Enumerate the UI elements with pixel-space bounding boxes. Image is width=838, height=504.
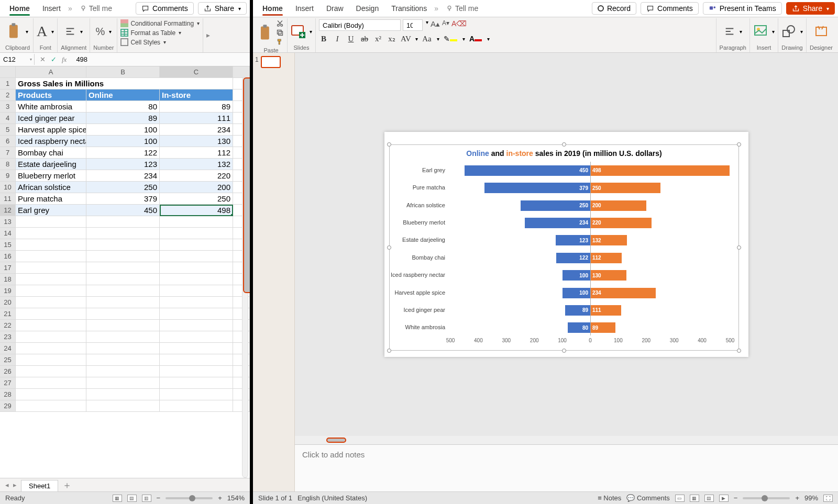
view-slideshow[interactable]: ▶ [719,495,729,502]
strike-button[interactable]: ab [360,35,369,43]
styles-icon [120,38,128,46]
sheet-tab[interactable]: Sheet1 [21,480,58,491]
tell-me[interactable]: Tell me [73,1,118,16]
formula-input[interactable]: 498 [72,54,92,65]
zoom-value[interactable]: 154% [227,494,245,502]
zoom-out[interactable]: − [734,494,738,502]
axis-tick: 0 [589,338,592,343]
view-normal[interactable]: ▭ [675,495,685,502]
bar-instore: 112 [590,253,622,263]
tab-draw[interactable]: Draw [320,1,350,16]
group-clipboard[interactable]: ▾ Clipboard [2,18,34,52]
notes-pane[interactable]: Click to add notes [295,444,838,491]
ribbon-overflow[interactable]: ▸ [203,18,213,52]
font-name-select[interactable] [319,19,401,31]
comments-button[interactable]: Comments [136,2,194,15]
svg-rect-8 [710,6,713,9]
zoom-slider[interactable] [166,497,213,499]
fx-icon[interactable]: fx [62,55,67,64]
zoom-out[interactable]: − [157,494,161,502]
bar-instore: 130 [590,270,626,281]
zoom-value[interactable]: 99% [804,494,818,502]
grow-font-icon[interactable]: A▴ [431,19,440,31]
tab-overflow[interactable]: » [67,4,73,13]
font-color-button[interactable]: A [469,35,482,43]
bar-online: 100 [563,270,590,281]
notes-toggle[interactable]: ≡ Notes [598,494,621,502]
share-button[interactable]: Share▾ [198,2,247,15]
language[interactable]: English (United States) [297,494,367,502]
group-drawing[interactable]: ▾ Drawing [778,18,807,52]
comments-toggle[interactable]: 💬 Comments [626,494,669,502]
tab-insert[interactable]: Insert [289,1,320,16]
view-normal[interactable]: ▦ [113,495,122,502]
view-reading[interactable]: ▤ [704,495,714,502]
view-page[interactable]: ▤ [127,495,137,502]
category-label: African solstice [388,202,445,208]
share-button[interactable]: Share▾ [786,2,835,15]
tab-home[interactable]: Home [3,1,36,16]
shrink-font-icon[interactable]: A▾ [442,19,449,31]
tab-design[interactable]: Design [350,1,385,16]
vertical-scrollbar[interactable] [242,77,248,478]
bulb-icon [446,5,453,12]
group-alignment[interactable]: ▾ Alignment [58,18,90,52]
bold-button[interactable]: B [319,35,328,43]
axis-tick: 300 [670,338,679,343]
fit-to-window[interactable]: ⛶ [823,495,833,502]
group-paragraph[interactable]: ▾ Paragraph [716,18,750,52]
view-sorter[interactable]: ▦ [690,495,699,502]
format-painter-icon[interactable] [276,38,284,46]
group-insert[interactable]: ▾ Insert [750,18,778,52]
tab-home[interactable]: Home [256,1,289,16]
group-styles[interactable]: Conditional Formatting▾ Format as Table▾… [117,18,203,52]
chart-object[interactable]: Online and in-store sales in 2019 (in mi… [389,144,739,351]
confirm-icon[interactable]: ✓ [51,55,57,63]
formula-bar: C12 ✕ ✓ fx 498 [0,53,250,66]
tab-transitions[interactable]: Transitions [385,1,433,16]
bar-online: 122 [556,253,590,263]
zoom-in[interactable]: + [795,494,799,502]
zoom-in[interactable]: + [218,494,222,502]
record-button[interactable]: Record [592,2,636,15]
copy-icon[interactable] [276,29,284,37]
table-icon [120,29,128,37]
horizontal-scrollbar[interactable] [295,436,838,444]
slide-thumbnail[interactable] [261,56,281,68]
group-number[interactable]: %▾ Number [90,18,117,52]
char-spacing-button[interactable]: AV [401,35,410,43]
cut-icon[interactable] [276,19,284,27]
cell-styles[interactable]: Cell Styles▾ [120,38,200,46]
add-sheet[interactable]: ＋ [62,479,72,491]
slide-canvas[interactable]: Online and in-store sales in 2019 (in mi… [295,53,838,436]
clear-format-icon[interactable]: A⌫ [451,19,467,31]
superscript-button[interactable]: x² [373,35,383,43]
tab-insert[interactable]: Insert [36,1,67,16]
present-in-teams-button[interactable]: Present in Teams [703,2,782,15]
font-size-select[interactable] [403,19,423,31]
italic-button[interactable]: I [333,35,342,43]
sheet-nav-prev[interactable]: ◂ [5,481,9,489]
change-case-button[interactable]: Aa [422,35,432,43]
group-slides[interactable]: ▾ Slides [288,18,316,52]
view-break[interactable]: ▥ [142,495,151,502]
bar-instore: 234 [590,288,656,298]
group-designer[interactable]: Designer [807,18,836,52]
bar-instore: 132 [590,235,627,245]
axis-tick: 400 [474,338,483,343]
tab-overflow[interactable]: » [433,4,439,13]
comments-button[interactable]: Comments [641,2,699,15]
conditional-formatting[interactable]: Conditional Formatting▾ [120,19,200,27]
underline-button[interactable]: U [346,35,356,43]
highlight-button[interactable]: ✎ [444,35,457,43]
sheet-nav-next[interactable]: ▸ [13,481,17,489]
subscript-button[interactable]: x₂ [387,34,396,43]
name-box[interactable]: C12 [0,54,35,65]
tell-me[interactable]: Tell me [439,1,484,16]
category-label: White ambrosia [388,324,445,330]
zoom-slider[interactable] [743,497,790,499]
format-as-table[interactable]: Format as Table▾ [120,29,200,37]
cancel-icon[interactable]: ✕ [40,55,46,63]
group-paste[interactable]: Paste [255,18,288,52]
group-font[interactable]: A▾ Font [34,18,58,52]
